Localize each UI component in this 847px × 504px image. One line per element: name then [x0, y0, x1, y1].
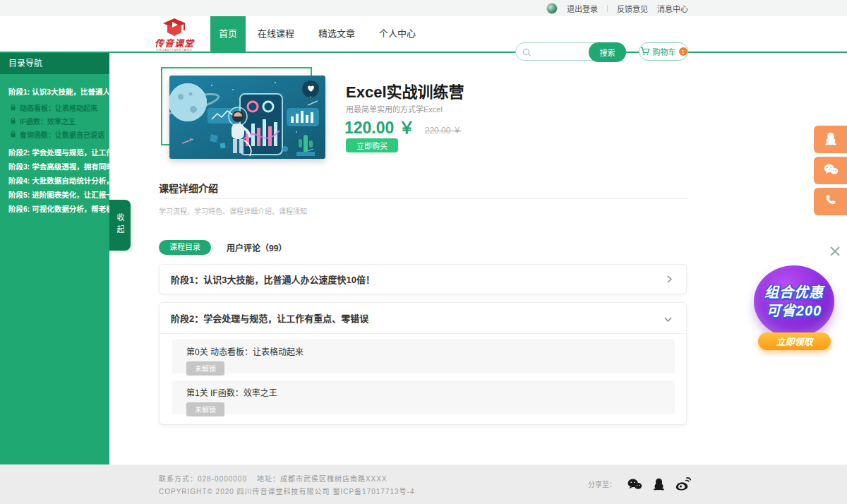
navbar: 传音课堂 CHUANYINKETANG 首页 在线课程 精选文章 个人中心 搜索…	[0, 16, 847, 53]
phone-contact-button[interactable]	[814, 188, 847, 215]
lesson-title: 第1关 IF函数：效率之王	[186, 386, 675, 398]
promo-close-icon[interactable]	[829, 246, 842, 258]
tab-course-catalog[interactable]: 课程目录	[159, 240, 211, 255]
search-button[interactable]: 搜索	[589, 42, 626, 62]
lock-icon	[10, 104, 16, 112]
divider	[159, 198, 688, 199]
stage-1-card[interactable]: 阶段1：认识3大技能，比普通人办公速度快10倍！	[159, 264, 687, 294]
tab-user-comments[interactable]: 用户评论（99）	[227, 241, 287, 253]
messages-link[interactable]: 消息中心	[657, 3, 688, 14]
sidebar-lesson-2[interactable]: IF函数：效率之王	[0, 114, 109, 128]
lesson-title: 第0关 动态看板：让表格动起来	[186, 345, 675, 357]
promo-line-1: 组合优惠	[764, 283, 824, 301]
cart-badge: 1	[679, 47, 687, 56]
footer-share-bar: 分享至：	[588, 477, 691, 491]
divider	[607, 5, 608, 12]
catalog-sidebar: 目录导航 阶段1: 认识3大技能，比普通人... 动态看板：让表格动起来	[0, 53, 109, 464]
wechat-icon	[823, 163, 839, 179]
lock-icon	[10, 117, 16, 126]
nav-item-articles[interactable]: 精选文章	[306, 16, 367, 52]
promo-banner[interactable]: 组合优惠 可省200	[754, 265, 834, 337]
share-label: 分享至：	[588, 479, 616, 489]
logout-link[interactable]: 退出登录	[567, 3, 598, 14]
price-row: 120.00 ￥ 220.00 ￥	[344, 114, 462, 138]
user-avatar[interactable]	[546, 3, 558, 14]
detail-heading: 课程详细介绍	[159, 181, 218, 195]
weibo-share-icon[interactable]	[675, 477, 691, 491]
cart-button[interactable]: 购物车 1	[639, 42, 688, 61]
qq-icon	[824, 131, 837, 148]
footer-copyright: COPYRIGHT© 2020 四川传音课堂科技有限公司 蜀ICP备170177…	[159, 486, 414, 496]
chevron-right-icon	[123, 148, 127, 156]
brand-romanized: CHUANYINKETANG	[152, 48, 197, 52]
search-box: 搜索	[515, 42, 626, 61]
footer-contact: 联系方式：028-0000000	[159, 475, 247, 483]
footer: 联系方式：028-0000000地址：成都市武侯区槐树店南路XXXX COPYR…	[0, 464, 847, 504]
sidebar-stage-2[interactable]: 阶段2: 学会处理与规范，让工作...	[0, 145, 109, 159]
brand-logo-icon	[162, 27, 187, 39]
lesson-row-0[interactable]: 第0关 动态看板：让表格动起来 未解锁	[172, 340, 675, 373]
chevron-down-icon	[119, 87, 126, 95]
nav-item-courses[interactable]: 在线课程	[246, 16, 306, 52]
course-subtitle: 用最简单实用的方式学Excel	[346, 103, 443, 114]
promo-claim-button[interactable]: 立即领取	[758, 332, 831, 350]
brand-logo[interactable]: 传音课堂 CHUANYINKETANG	[152, 18, 197, 52]
wechat-contact-button[interactable]	[814, 157, 847, 184]
lesson-status-badge: 未解锁	[186, 402, 224, 416]
tab-bar: 课程目录 用户评论（99）	[159, 240, 287, 255]
chevron-right-icon	[667, 273, 672, 286]
buy-now-button[interactable]: 立即购买	[346, 138, 398, 152]
search-input[interactable]	[535, 44, 587, 59]
current-price: 120.00 ￥	[344, 114, 415, 138]
sidebar-lesson-1[interactable]: 动态看板：让表格动起来	[0, 101, 109, 114]
sidebar-stage-1[interactable]: 阶段1: 认识3大技能，比普通人...	[0, 83, 109, 100]
wechat-share-icon[interactable]	[627, 478, 642, 491]
course-title: Excel实战训练营	[346, 79, 464, 102]
nav-item-home[interactable]: 首页	[210, 16, 246, 52]
heart-icon	[306, 83, 316, 95]
feedback-link[interactable]: 反馈意见	[617, 3, 648, 14]
footer-address: 地址：成都市武侯区槐树店南路XXXX	[257, 475, 388, 483]
detail-hint: 学习流程、学习特色、课程详细介绍、课程须知	[159, 205, 307, 216]
brand-name: 传音课堂	[152, 40, 197, 48]
lock-icon	[10, 131, 16, 139]
chevron-right-icon	[123, 190, 127, 198]
sidebar-stage-5[interactable]: 阶段5: 进阶图表美化，让汇报一...	[0, 187, 109, 201]
chevron-right-icon	[123, 162, 127, 170]
qq-contact-button[interactable]	[814, 126, 847, 153]
chevron-right-icon	[123, 176, 127, 184]
favorite-button[interactable]	[302, 80, 319, 97]
sidebar-stage-3[interactable]: 阶段3: 学会高级透视，拥有同时...	[0, 159, 109, 173]
qq-share-icon[interactable]	[653, 477, 665, 491]
sidebar-lesson-3[interactable]: 查询函数：让数据自己说话	[0, 128, 109, 141]
cart-label: 购物车	[653, 46, 676, 57]
search-icon	[522, 47, 531, 60]
topbar: 退出登录 反馈意见 消息中心	[0, 0, 847, 16]
stage-2-card: 阶段2：学会处理与规范，让工作有重点、零错误 第0关 动态看板：让表格动起来 未…	[159, 302, 687, 425]
sidebar-stage-4[interactable]: 阶段4: 大批数据自动统计分析，...	[0, 173, 109, 187]
page: 退出登录 反馈意见 消息中心 传音课堂 CHUANYINKETANG 首页 在线…	[0, 0, 847, 504]
lesson-row-1[interactable]: 第1关 IF函数：效率之王 未解锁	[172, 380, 675, 414]
stage-2-title: 阶段2：学会处理与规范，让工作有重点、零错误	[171, 311, 368, 325]
stage-2-header[interactable]: 阶段2：学会处理与规范，让工作有重点、零错误	[160, 303, 686, 334]
sidebar-stage-6[interactable]: 阶段6: 可视化数据分析，帮老板...	[0, 201, 109, 215]
nav-menu: 首页 在线课程 精选文章 个人中心	[210, 16, 428, 52]
nav-item-profile[interactable]: 个人中心	[367, 16, 428, 52]
chevron-down-icon	[664, 312, 672, 325]
sidebar-collapse-tab[interactable]: 收起	[109, 200, 131, 251]
lesson-status-badge: 未解锁	[186, 361, 224, 376]
promo-line-2: 可省200	[767, 301, 822, 320]
original-price: 220.00 ￥	[425, 124, 462, 136]
footer-contact-line: 联系方式：028-0000000地址：成都市武侯区槐树店南路XXXX	[159, 473, 388, 484]
stage-1-title: 阶段1：认识3大技能，比普通人办公速度快10倍！	[171, 272, 375, 286]
contact-float-bar	[814, 126, 847, 215]
cart-icon	[640, 47, 650, 57]
phone-icon	[824, 194, 836, 209]
sidebar-title: 目录导航	[0, 53, 109, 74]
